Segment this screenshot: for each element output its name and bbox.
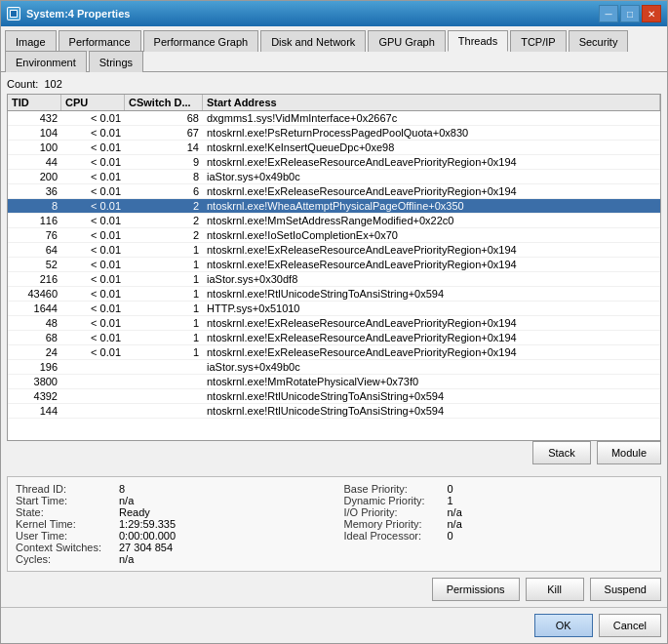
table-row[interactable]: 432 < 0.01 68 dxgmms1.sys!VidMmInterface… bbox=[8, 111, 660, 126]
tab-threads[interactable]: Threads bbox=[448, 30, 508, 52]
cell-tid: 43460 bbox=[8, 287, 61, 301]
stack-button[interactable]: Stack bbox=[532, 441, 591, 464]
tab-tcpip[interactable]: TCP/IP bbox=[510, 30, 566, 52]
minimize-button[interactable]: ─ bbox=[599, 5, 618, 22]
table-row[interactable]: 24 < 0.01 1 ntoskrnl.exe!ExReleaseResour… bbox=[8, 345, 660, 360]
cell-cpu: < 0.01 bbox=[61, 214, 125, 227]
thread-id-row: Thread ID: 8 bbox=[16, 483, 325, 495]
module-button[interactable]: Module bbox=[597, 441, 661, 464]
table-row[interactable]: 144 ntoskrnl.exe!RtlUnicodeStringToAnsiS… bbox=[8, 404, 660, 419]
table-row[interactable]: 104 < 0.01 67 ntoskrnl.exe!PsReturnProce… bbox=[8, 126, 660, 141]
cell-tid: 3800 bbox=[8, 375, 61, 388]
cell-address: iaStor.sys+0x49b0c bbox=[203, 360, 660, 374]
tab-performance-graph[interactable]: Performance Graph bbox=[143, 30, 259, 52]
cell-address: HTTP.sys+0x51010 bbox=[203, 302, 660, 315]
col-cswitch[interactable]: CSwitch D... bbox=[125, 95, 203, 110]
cell-cpu: < 0.01 bbox=[61, 345, 125, 359]
cell-tid: 200 bbox=[8, 170, 61, 183]
tab-security[interactable]: Security bbox=[569, 30, 629, 52]
suspend-button[interactable]: Suspend bbox=[590, 578, 661, 601]
table-row[interactable]: 64 < 0.01 1 ntoskrnl.exe!ExReleaseResour… bbox=[8, 243, 660, 258]
title-bar: System:4 Properties ─ □ ✕ bbox=[1, 1, 667, 26]
cell-tid: 24 bbox=[8, 345, 61, 359]
io-priority-row: I/O Priority: n/a bbox=[344, 506, 653, 518]
cell-cswitch bbox=[125, 404, 203, 418]
cell-address: ntoskrnl.exe!KeInsertQueueDpc+0xe98 bbox=[203, 141, 660, 154]
cell-tid: 36 bbox=[8, 184, 61, 198]
cell-tid: 432 bbox=[8, 111, 61, 125]
table-row[interactable]: 4392 ntoskrnl.exe!RtlUnicodeStringToAnsi… bbox=[8, 389, 660, 404]
table-row[interactable]: 76 < 0.01 2 ntoskrnl.exe!IoSetIoCompleti… bbox=[8, 228, 660, 243]
maximize-button[interactable]: □ bbox=[620, 5, 640, 22]
tab-environment[interactable]: Environment bbox=[5, 51, 87, 72]
col-cpu[interactable]: CPU bbox=[61, 95, 125, 110]
table-body[interactable]: 432 < 0.01 68 dxgmms1.sys!VidMmInterface… bbox=[8, 111, 660, 440]
state-label: State: bbox=[16, 506, 113, 518]
table-row[interactable]: 8 < 0.01 2 ntoskrnl.exe!WheaAttemptPhysi… bbox=[8, 199, 660, 214]
io-priority-label: I/O Priority: bbox=[344, 506, 442, 518]
table-row[interactable]: 48 < 0.01 1 ntoskrnl.exe!ExReleaseResour… bbox=[8, 316, 660, 331]
cancel-button[interactable]: Cancel bbox=[599, 614, 661, 637]
cell-cswitch: 1 bbox=[125, 302, 203, 315]
cycles-label: Cycles: bbox=[16, 553, 113, 565]
details-left: Thread ID: 8 Start Time: n/a State: Read… bbox=[16, 483, 325, 565]
cell-cpu bbox=[61, 404, 125, 418]
tabs-container: Image Performance Performance Graph Disk… bbox=[1, 26, 667, 72]
table-row[interactable]: 196 iaStor.sys+0x49b0c bbox=[8, 360, 660, 375]
cell-cpu: < 0.01 bbox=[61, 316, 125, 330]
cell-tid: 104 bbox=[8, 126, 61, 140]
table-row[interactable]: 116 < 0.01 2 ntoskrnl.exe!MmSetAddressRa… bbox=[8, 214, 660, 228]
table-row[interactable]: 1644 < 0.01 1 HTTP.sys+0x51010 bbox=[8, 302, 660, 316]
tab-performance[interactable]: Performance bbox=[59, 30, 141, 52]
cell-address: ntoskrnl.exe!RtlUnicodeStringToAnsiStrin… bbox=[203, 389, 660, 403]
kill-button[interactable]: Kill bbox=[526, 578, 584, 601]
cell-cpu bbox=[61, 360, 125, 374]
cell-cswitch: 1 bbox=[125, 345, 203, 359]
count-label: Count: bbox=[7, 78, 38, 90]
context-switches-value: 27 304 854 bbox=[119, 542, 173, 553]
cell-address: ntoskrnl.exe!RtlUnicodeStringToAnsiStrin… bbox=[203, 404, 660, 418]
cell-address: dxgmms1.sys!VidMmInterface+0x2667c bbox=[203, 111, 660, 125]
col-tid[interactable]: TID bbox=[8, 95, 61, 110]
table-row[interactable]: 36 < 0.01 6 ntoskrnl.exe!ExReleaseResour… bbox=[8, 184, 660, 199]
ok-button[interactable]: OK bbox=[534, 614, 593, 637]
base-priority-row: Base Priority: 0 bbox=[344, 483, 653, 495]
table-row[interactable]: 100 < 0.01 14 ntoskrnl.exe!KeInsertQueue… bbox=[8, 141, 660, 155]
permissions-button[interactable]: Permissions bbox=[432, 578, 520, 601]
dynamic-priority-row: Dynamic Priority: 1 bbox=[344, 495, 653, 506]
cell-cpu: < 0.01 bbox=[61, 111, 125, 125]
cell-tid: 48 bbox=[8, 316, 61, 330]
svg-rect-2 bbox=[11, 11, 17, 17]
col-address[interactable]: Start Address bbox=[203, 95, 660, 110]
cell-tid: 68 bbox=[8, 331, 61, 344]
cell-cpu: < 0.01 bbox=[61, 228, 125, 242]
memory-priority-value: n/a bbox=[448, 518, 462, 530]
user-time-label: User Time: bbox=[16, 530, 113, 542]
table-row[interactable]: 3800 ntoskrnl.exe!MmRotatePhysicalView+0… bbox=[8, 375, 660, 389]
cell-address: ntoskrnl.exe!WheaAttemptPhysicalPageOffl… bbox=[203, 199, 660, 213]
table-row[interactable]: 216 < 0.01 1 iaStor.sys+0x30df8 bbox=[8, 272, 660, 287]
cell-cswitch bbox=[125, 360, 203, 374]
close-button[interactable]: ✕ bbox=[642, 5, 661, 22]
table-row[interactable]: 200 < 0.01 8 iaStor.sys+0x49b0c bbox=[8, 170, 660, 184]
count-row: Count: 102 bbox=[7, 78, 661, 90]
cell-tid: 8 bbox=[8, 199, 61, 213]
tab-gpu-graph[interactable]: GPU Graph bbox=[368, 30, 445, 52]
cell-tid: 76 bbox=[8, 228, 61, 242]
window-icon bbox=[7, 7, 20, 20]
io-priority-value: n/a bbox=[448, 506, 462, 518]
cell-address: ntoskrnl.exe!ExReleaseResourceAndLeavePr… bbox=[203, 155, 660, 169]
table-row[interactable]: 44 < 0.01 9 ntoskrnl.exe!ExReleaseResour… bbox=[8, 155, 660, 170]
tab-strings[interactable]: Strings bbox=[89, 51, 143, 72]
tab-image[interactable]: Image bbox=[5, 30, 57, 52]
cycles-value: n/a bbox=[119, 553, 134, 565]
table-row[interactable]: 43460 < 0.01 1 ntoskrnl.exe!RtlUnicodeSt… bbox=[8, 287, 660, 302]
tab-disk-network[interactable]: Disk and Network bbox=[260, 30, 366, 52]
cell-cswitch: 1 bbox=[125, 258, 203, 271]
table-header: TID CPU CSwitch D... Start Address bbox=[8, 95, 660, 111]
table-row[interactable]: 68 < 0.01 1 ntoskrnl.exe!ExReleaseResour… bbox=[8, 331, 660, 345]
cell-cpu: < 0.01 bbox=[61, 302, 125, 315]
cell-cpu: < 0.01 bbox=[61, 243, 125, 257]
kernel-time-value: 1:29:59.335 bbox=[119, 518, 176, 530]
table-row[interactable]: 52 < 0.01 1 ntoskrnl.exe!ExReleaseResour… bbox=[8, 258, 660, 272]
